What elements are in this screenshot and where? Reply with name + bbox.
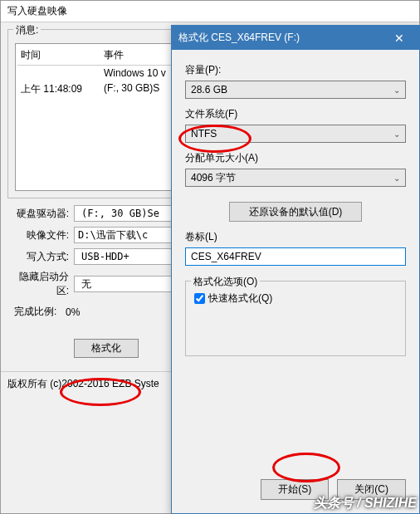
progress-percent: 0% (66, 306, 90, 318)
dialog-titlebar[interactable]: 格式化 CES_X64FREV (F:) ✕ (172, 26, 419, 50)
watermark-text: 头条号 / SHIZIHE (314, 495, 417, 512)
log-header-time: 时间 (21, 48, 104, 62)
log-event: Windows 10 v (104, 67, 166, 79)
log-time: 上午 11:48:09 (21, 82, 104, 96)
capacity-value: 28.6 GB (191, 84, 227, 95)
format-dialog: 格式化 CES_X64FREV (F:) ✕ 容量(P): 28.6 GB ⌄ … (171, 25, 420, 514)
filesystem-select[interactable]: NTFS ⌄ (185, 125, 406, 143)
allocation-select[interactable]: 4096 字节 ⌄ (185, 169, 406, 187)
image-label: 映像文件: (7, 228, 74, 242)
chevron-down-icon: ⌄ (393, 174, 400, 183)
allocation-label: 分配单元大小(A) (185, 151, 406, 165)
filesystem-label: 文件系统(F) (185, 107, 406, 121)
progress-label: 完成比例: (7, 305, 66, 319)
message-legend: 消息: (13, 23, 41, 37)
dialog-title: 格式化 CES_X64FREV (F:) (178, 31, 300, 45)
capacity-label: 容量(P): (185, 63, 406, 77)
hidden-label: 隐藏启动分区: (7, 270, 74, 298)
window-title: 写入硬盘映像 (1, 1, 419, 22)
allocation-value: 4096 字节 (191, 171, 236, 185)
volume-label: 卷标(L) (185, 230, 406, 244)
dialog-body: 容量(P): 28.6 GB ⌄ 文件系统(F) NTFS ⌄ 分配单元大小(A… (172, 50, 419, 366)
log-event: (F:, 30 GB)S (104, 82, 159, 96)
volume-input[interactable] (185, 247, 406, 266)
capacity-select[interactable]: 28.6 GB ⌄ (185, 81, 406, 99)
format-button[interactable]: 格式化 (74, 339, 139, 358)
filesystem-value: NTFS (191, 128, 217, 140)
quick-format-row[interactable]: 快速格式化(Q) (194, 291, 397, 306)
format-options-group: 格式化选项(O) 快速格式化(Q) (185, 281, 406, 356)
log-time (21, 67, 104, 79)
close-icon[interactable]: ✕ (386, 32, 413, 45)
chevron-down-icon: ⌄ (393, 130, 400, 139)
chevron-down-icon: ⌄ (393, 86, 400, 95)
drive-label: 硬盘驱动器: (7, 207, 74, 221)
quick-format-label: 快速格式化(Q) (208, 291, 272, 306)
restore-defaults-button[interactable]: 还原设备的默认值(D) (229, 202, 362, 222)
format-options-legend: 格式化选项(O) (191, 275, 260, 289)
quick-format-checkbox[interactable] (194, 293, 205, 304)
method-label: 写入方式: (7, 250, 74, 264)
log-header-event: 事件 (104, 48, 124, 62)
